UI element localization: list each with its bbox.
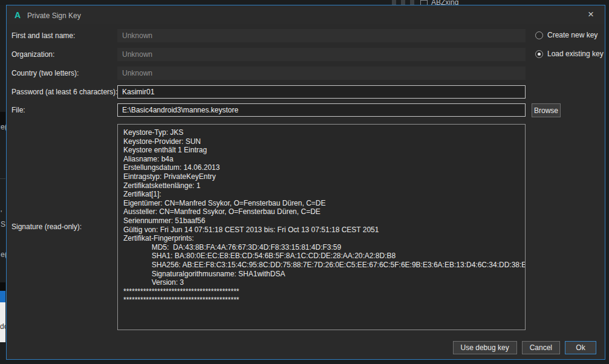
close-icon[interactable]: × [584,9,598,21]
country-label: Country (two letters): [11,67,117,80]
cancel-button[interactable]: Cancel [522,341,560,354]
background-left-strip: e( ' S e( do [0,5,6,360]
background-tree-guide [401,0,405,5]
password-field[interactable] [117,85,526,99]
background-tree-guide [392,0,396,5]
first-last-name-label: First and last name: [11,29,117,42]
use-debug-key-button[interactable]: Use debug key [453,341,517,354]
background-panel-fragment [0,282,5,291]
background-text-fragment: do [0,322,6,331]
background-top-strip: ABZxing [0,0,609,5]
first-last-name-field [117,29,526,42]
background-bottom-strip [0,360,609,364]
radio-selected-dot [538,53,541,56]
radio-circle-icon [535,50,543,58]
background-selection-bar [0,291,5,302]
background-text-fragment: ' [1,209,2,218]
file-label: File: [11,103,117,117]
tree-item-label: ABZxing [431,0,458,5]
background-divider [0,178,5,179]
background-text-fragment: e( [1,250,6,259]
dialog-title: Private Sign Key [27,11,81,20]
app-logo-icon: A [15,10,21,20]
signature-text: Keystore-Typ: JKS Keystore-Provider: SUN… [118,125,525,308]
country-field [117,67,526,80]
password-label: Password (at least 6 characters): [11,85,117,99]
signature-textarea[interactable]: Keystore-Typ: JKS Keystore-Provider: SUN… [117,124,526,330]
radio-label: Load existing key [547,50,604,58]
ok-button[interactable]: Ok [565,341,596,354]
radio-create-new-key[interactable]: Create new key [535,30,598,40]
organization-label: Organization: [11,48,117,61]
background-text-fragment: S [1,220,5,229]
footer-button-row: Use debug key Cancel Ok [453,341,596,354]
file-field[interactable] [117,103,526,117]
tree-item-checkbox[interactable] [420,0,428,5]
signature-label: Signature (read-only): [11,220,117,233]
dialog-titlebar: A Private Sign Key × [7,5,605,24]
background-text-fragment: e( [1,123,6,131]
background-tree-guide [410,0,414,5]
radio-circle-icon [535,31,543,39]
background-light-panel: do [0,302,5,342]
organization-field [117,48,526,61]
browse-button[interactable]: Browse [532,103,561,117]
radio-label: Create new key [547,31,598,39]
radio-load-existing-key[interactable]: Load existing key [535,49,604,59]
private-sign-key-dialog: A Private Sign Key × First and last name… [6,5,605,360]
